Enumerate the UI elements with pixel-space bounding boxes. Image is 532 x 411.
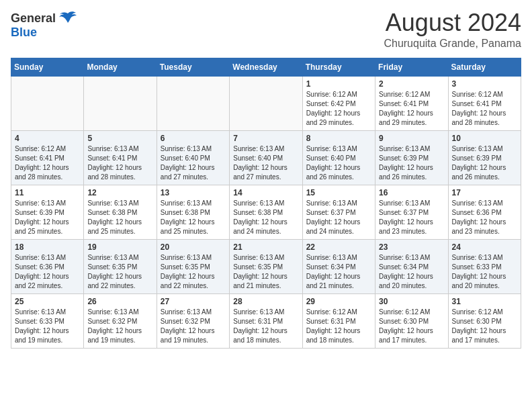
day-number: 7 <box>233 134 298 143</box>
weekday-header-monday: Monday <box>84 58 157 77</box>
day-info: Sunrise: 6:13 AM Sunset: 6:40 PM Dayligh… <box>161 144 226 182</box>
day-info: Sunrise: 6:13 AM Sunset: 6:34 PM Dayligh… <box>379 253 444 291</box>
calendar-cell: 31Sunrise: 6:12 AM Sunset: 6:30 PM Dayli… <box>448 294 521 349</box>
calendar-cell: 10Sunrise: 6:13 AM Sunset: 6:39 PM Dayli… <box>448 131 521 185</box>
day-number: 9 <box>379 134 444 143</box>
weekday-header-thursday: Thursday <box>302 58 375 77</box>
calendar-cell: 18Sunrise: 6:13 AM Sunset: 6:36 PM Dayli… <box>11 240 84 294</box>
day-info: Sunrise: 6:12 AM Sunset: 6:42 PM Dayligh… <box>306 90 371 128</box>
day-info: Sunrise: 6:13 AM Sunset: 6:39 PM Dayligh… <box>379 144 444 182</box>
day-info: Sunrise: 6:13 AM Sunset: 6:39 PM Dayligh… <box>452 144 517 182</box>
day-number: 26 <box>87 297 152 306</box>
day-number: 30 <box>379 297 444 306</box>
calendar-cell: 27Sunrise: 6:13 AM Sunset: 6:32 PM Dayli… <box>157 294 229 349</box>
day-info: Sunrise: 6:13 AM Sunset: 6:41 PM Dayligh… <box>87 144 152 182</box>
day-number: 4 <box>15 134 80 143</box>
calendar-cell: 20Sunrise: 6:13 AM Sunset: 6:35 PM Dayli… <box>157 240 229 294</box>
day-info: Sunrise: 6:13 AM Sunset: 6:32 PM Dayligh… <box>161 308 226 345</box>
day-number: 25 <box>15 297 80 306</box>
calendar-cell: 23Sunrise: 6:13 AM Sunset: 6:34 PM Dayli… <box>375 240 448 294</box>
calendar-week-3: 11Sunrise: 6:13 AM Sunset: 6:39 PM Dayli… <box>11 185 521 240</box>
day-info: Sunrise: 6:13 AM Sunset: 6:33 PM Dayligh… <box>15 308 80 345</box>
calendar-cell: 19Sunrise: 6:13 AM Sunset: 6:35 PM Dayli… <box>84 240 157 294</box>
logo-general-text: General <box>11 11 56 26</box>
day-number: 10 <box>452 134 517 143</box>
day-info: Sunrise: 6:13 AM Sunset: 6:38 PM Dayligh… <box>233 199 298 236</box>
day-info: Sunrise: 6:13 AM Sunset: 6:36 PM Dayligh… <box>452 199 517 236</box>
calendar-cell: 26Sunrise: 6:13 AM Sunset: 6:32 PM Dayli… <box>84 294 157 349</box>
calendar-cell: 6Sunrise: 6:13 AM Sunset: 6:40 PM Daylig… <box>157 131 229 185</box>
logo-bird-icon <box>58 11 77 26</box>
day-info: Sunrise: 6:13 AM Sunset: 6:37 PM Dayligh… <box>379 199 444 236</box>
calendar-week-5: 25Sunrise: 6:13 AM Sunset: 6:33 PM Dayli… <box>11 294 521 349</box>
day-info: Sunrise: 6:13 AM Sunset: 6:37 PM Dayligh… <box>306 199 371 236</box>
calendar-cell: 14Sunrise: 6:13 AM Sunset: 6:38 PM Dayli… <box>230 185 302 240</box>
day-number: 29 <box>306 297 371 306</box>
day-number: 18 <box>15 242 80 252</box>
day-number: 5 <box>87 134 152 143</box>
calendar-table: SundayMondayTuesdayWednesdayThursdayFrid… <box>11 58 521 349</box>
calendar-cell: 13Sunrise: 6:13 AM Sunset: 6:38 PM Dayli… <box>157 185 229 240</box>
calendar-cell: 28Sunrise: 6:13 AM Sunset: 6:31 PM Dayli… <box>230 294 302 349</box>
calendar-cell: 16Sunrise: 6:13 AM Sunset: 6:37 PM Dayli… <box>375 185 448 240</box>
calendar-cell: 25Sunrise: 6:13 AM Sunset: 6:33 PM Dayli… <box>11 294 84 349</box>
day-number: 16 <box>379 188 444 197</box>
day-number: 3 <box>452 79 517 89</box>
calendar-cell: 8Sunrise: 6:13 AM Sunset: 6:40 PM Daylig… <box>302 131 375 185</box>
day-number: 1 <box>306 79 371 89</box>
day-number: 28 <box>233 297 298 306</box>
day-number: 31 <box>452 297 517 306</box>
day-info: Sunrise: 6:12 AM Sunset: 6:30 PM Dayligh… <box>379 308 444 345</box>
calendar-cell: 3Sunrise: 6:12 AM Sunset: 6:41 PM Daylig… <box>448 77 521 131</box>
location-title: Churuquita Grande, Panama <box>384 38 521 50</box>
calendar-cell: 1Sunrise: 6:12 AM Sunset: 6:42 PM Daylig… <box>302 77 375 131</box>
weekday-header-wednesday: Wednesday <box>230 58 302 77</box>
day-info: Sunrise: 6:13 AM Sunset: 6:36 PM Dayligh… <box>15 253 80 291</box>
weekday-header-sunday: Sunday <box>11 58 84 77</box>
weekday-header-row: SundayMondayTuesdayWednesdayThursdayFrid… <box>11 58 521 77</box>
day-info: Sunrise: 6:13 AM Sunset: 6:35 PM Dayligh… <box>233 253 298 291</box>
day-number: 12 <box>87 188 152 197</box>
calendar-cell: 24Sunrise: 6:13 AM Sunset: 6:33 PM Dayli… <box>448 240 521 294</box>
calendar-cell: 15Sunrise: 6:13 AM Sunset: 6:37 PM Dayli… <box>302 185 375 240</box>
logo-blue-text: Blue <box>11 26 37 40</box>
day-number: 24 <box>452 242 517 252</box>
calendar-cell: 22Sunrise: 6:13 AM Sunset: 6:34 PM Dayli… <box>302 240 375 294</box>
day-info: Sunrise: 6:13 AM Sunset: 6:35 PM Dayligh… <box>161 253 226 291</box>
calendar-cell <box>157 77 229 131</box>
calendar-cell: 2Sunrise: 6:12 AM Sunset: 6:41 PM Daylig… <box>375 77 448 131</box>
day-number: 6 <box>161 134 226 143</box>
day-number: 8 <box>306 134 371 143</box>
day-info: Sunrise: 6:12 AM Sunset: 6:30 PM Dayligh… <box>452 308 517 345</box>
day-number: 14 <box>233 188 298 197</box>
calendar-cell <box>84 77 157 131</box>
day-info: Sunrise: 6:13 AM Sunset: 6:34 PM Dayligh… <box>306 253 371 291</box>
calendar-week-1: 1Sunrise: 6:12 AM Sunset: 6:42 PM Daylig… <box>11 77 521 131</box>
calendar-cell: 9Sunrise: 6:13 AM Sunset: 6:39 PM Daylig… <box>375 131 448 185</box>
day-number: 27 <box>161 297 226 306</box>
title-block: August 2024 Churuquita Grande, Panama <box>384 11 521 50</box>
day-info: Sunrise: 6:12 AM Sunset: 6:41 PM Dayligh… <box>452 90 517 128</box>
calendar-cell: 17Sunrise: 6:13 AM Sunset: 6:36 PM Dayli… <box>448 185 521 240</box>
day-info: Sunrise: 6:13 AM Sunset: 6:38 PM Dayligh… <box>161 199 226 236</box>
day-number: 22 <box>306 242 371 252</box>
day-info: Sunrise: 6:13 AM Sunset: 6:32 PM Dayligh… <box>87 308 152 345</box>
day-info: Sunrise: 6:13 AM Sunset: 6:33 PM Dayligh… <box>452 253 517 291</box>
day-number: 23 <box>379 242 444 252</box>
day-info: Sunrise: 6:12 AM Sunset: 6:31 PM Dayligh… <box>306 308 371 345</box>
calendar-cell: 5Sunrise: 6:13 AM Sunset: 6:41 PM Daylig… <box>84 131 157 185</box>
calendar-cell: 29Sunrise: 6:12 AM Sunset: 6:31 PM Dayli… <box>302 294 375 349</box>
calendar-cell: 11Sunrise: 6:13 AM Sunset: 6:39 PM Dayli… <box>11 185 84 240</box>
day-info: Sunrise: 6:13 AM Sunset: 6:38 PM Dayligh… <box>87 199 152 236</box>
weekday-header-saturday: Saturday <box>448 58 521 77</box>
day-info: Sunrise: 6:13 AM Sunset: 6:40 PM Dayligh… <box>233 144 298 182</box>
month-year-title: August 2024 <box>384 11 521 35</box>
logo: General Blue <box>11 11 77 40</box>
weekday-header-friday: Friday <box>375 58 448 77</box>
calendar-cell: 30Sunrise: 6:12 AM Sunset: 6:30 PM Dayli… <box>375 294 448 349</box>
day-number: 2 <box>379 79 444 89</box>
day-number: 20 <box>161 242 226 252</box>
day-number: 21 <box>233 242 298 252</box>
weekday-header-tuesday: Tuesday <box>157 58 229 77</box>
day-info: Sunrise: 6:12 AM Sunset: 6:41 PM Dayligh… <box>15 144 80 182</box>
